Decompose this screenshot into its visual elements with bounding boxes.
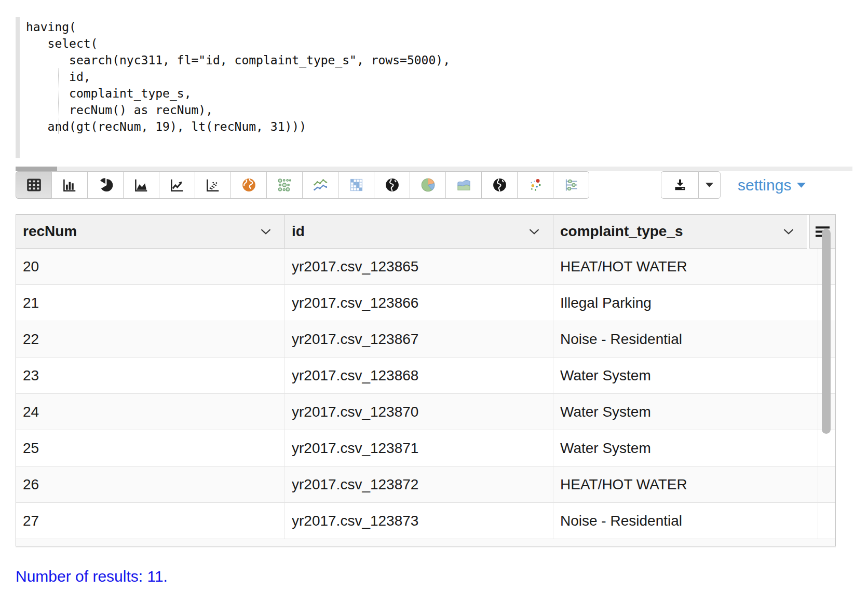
- table-row[interactable]: 24yr2017.csv_123870Water System: [16, 394, 835, 430]
- map-view-button[interactable]: [230, 171, 267, 199]
- editor-gutter: [16, 17, 20, 158]
- cell-recNum: 27: [16, 503, 285, 539]
- area-chart-button[interactable]: [123, 171, 159, 199]
- download-icon: [672, 177, 688, 193]
- table-row[interactable]: 22yr2017.csv_123867Noise - Residential: [16, 321, 835, 358]
- query-code[interactable]: having( select( search(nyc311, fl="id, c…: [26, 19, 450, 135]
- results-table: recNumidcomplaint_type_s 20yr2017.csv_12…: [16, 214, 836, 546]
- table-row[interactable]: 20yr2017.csv_123865HEAT/HOT WATER: [16, 249, 835, 285]
- world-map-alt-button[interactable]: [481, 171, 518, 199]
- cell-recNum: 20: [16, 249, 285, 284]
- cell-id: yr2017.csv_123866: [285, 285, 553, 321]
- table-row[interactable]: 25yr2017.csv_123871Water System: [16, 430, 835, 466]
- cell-id: yr2017.csv_123867: [285, 321, 553, 357]
- cell-id: yr2017.csv_123870: [285, 394, 553, 430]
- pie-chart-button[interactable]: [87, 171, 124, 199]
- cell-complaint_type_s: Noise - Residential: [553, 503, 818, 539]
- cell-complaint_type_s: Water System: [553, 358, 818, 393]
- bar-icon: [62, 177, 77, 193]
- table-row[interactable]: 26yr2017.csv_123872HEAT/HOT WATER: [16, 466, 835, 503]
- area-icon: [133, 177, 149, 193]
- indent-guide: [58, 68, 59, 134]
- sliders-icon: [563, 177, 579, 193]
- cell-recNum: 21: [16, 285, 285, 321]
- download-options-button[interactable]: [698, 171, 721, 199]
- cell-id: yr2017.csv_123865: [285, 249, 553, 284]
- cell-recNum: 24: [16, 394, 285, 430]
- cell-recNum: 26: [16, 466, 285, 502]
- heatmap-button[interactable]: [338, 171, 374, 199]
- table-header: recNumidcomplaint_type_s: [16, 215, 807, 249]
- chevron-down-icon[interactable]: [783, 229, 794, 235]
- settings-caret-icon: [796, 182, 806, 188]
- cell-id: yr2017.csv_123873: [285, 503, 553, 539]
- scatter-icon: [205, 177, 221, 193]
- pie-chart-colored-button[interactable]: [410, 171, 446, 199]
- grid-dots-icon: [277, 177, 293, 193]
- matrix-icon: [348, 177, 364, 193]
- cell-complaint_type_s: HEAT/HOT WATER: [553, 249, 818, 284]
- editor-scrollbar-thumb[interactable]: [16, 167, 57, 171]
- table-row[interactable]: 27yr2017.csv_123873Noise - Residential: [16, 503, 835, 539]
- globe-orange-icon: [241, 177, 257, 193]
- line-icon: [169, 177, 185, 193]
- query-editor[interactable]: having( select( search(nyc311, fl="id, c…: [16, 16, 852, 158]
- visualization-toolbar: settings: [16, 171, 852, 199]
- editor-horizontal-scrollbar[interactable]: [16, 167, 852, 171]
- table-row[interactable]: 21yr2017.csv_123866Illegal Parking: [16, 285, 835, 321]
- globe-dark-icon: [384, 177, 400, 193]
- cell-recNum: 23: [16, 358, 285, 393]
- cell-complaint_type_s: HEAT/HOT WATER: [553, 466, 818, 502]
- cell-recNum: 25: [16, 430, 285, 466]
- cell-complaint_type_s: Noise - Residential: [553, 321, 818, 357]
- table-row[interactable]: 23yr2017.csv_123868Water System: [16, 358, 835, 394]
- caret-down-icon: [705, 182, 714, 188]
- column-header-recNum[interactable]: recNum: [16, 215, 285, 249]
- table-header-row: recNumidcomplaint_type_s: [16, 215, 835, 249]
- chevron-down-icon[interactable]: [529, 229, 539, 235]
- column-label: complaint_type_s: [560, 223, 683, 240]
- chart-type-group: [16, 171, 589, 199]
- cell-id: yr2017.csv_123871: [285, 430, 553, 466]
- multi-series-line-button[interactable]: [302, 171, 338, 199]
- area-color-icon: [456, 177, 472, 193]
- globe-dark-icon: [492, 177, 508, 193]
- column-label: id: [292, 223, 305, 240]
- line-chart-button[interactable]: [159, 171, 195, 199]
- world-map-button[interactable]: [374, 171, 410, 199]
- column-header-id[interactable]: id: [285, 215, 553, 249]
- bar-chart-button[interactable]: [51, 171, 88, 199]
- table-icon: [26, 177, 42, 193]
- cell-complaint_type_s: Water System: [553, 394, 818, 430]
- pie-icon: [98, 177, 113, 193]
- range-sliders-button[interactable]: [553, 171, 589, 199]
- table-scrollbar-thumb[interactable]: [822, 229, 831, 434]
- bubble-chart-button[interactable]: [517, 171, 553, 199]
- table-footer-strip: [16, 539, 835, 546]
- bubbles-icon: [527, 177, 544, 193]
- pie-color-icon: [420, 177, 436, 193]
- cell-complaint_type_s: Water System: [553, 430, 818, 466]
- table-view-button[interactable]: [16, 171, 52, 199]
- cell-id: yr2017.csv_123868: [285, 358, 553, 393]
- download-group: [661, 171, 721, 199]
- cell-recNum: 22: [16, 321, 285, 357]
- multiline-icon: [313, 177, 329, 193]
- scatter-plot-button[interactable]: [195, 171, 231, 199]
- table-body: 20yr2017.csv_123865HEAT/HOT WATER21yr201…: [16, 249, 835, 539]
- area-chart-colored-button[interactable]: [445, 171, 482, 199]
- settings-label: settings: [738, 176, 791, 194]
- download-button[interactable]: [661, 171, 699, 199]
- grid-scatter-button[interactable]: [266, 171, 303, 199]
- chevron-down-icon[interactable]: [261, 229, 271, 235]
- cell-complaint_type_s: Illegal Parking: [553, 285, 818, 321]
- settings-dropdown[interactable]: settings: [738, 171, 806, 199]
- column-header-complaint_type_s[interactable]: complaint_type_s: [553, 215, 807, 249]
- cell-id: yr2017.csv_123872: [285, 466, 553, 502]
- results-count: Number of results: 11.: [16, 568, 168, 585]
- column-label: recNum: [23, 223, 77, 240]
